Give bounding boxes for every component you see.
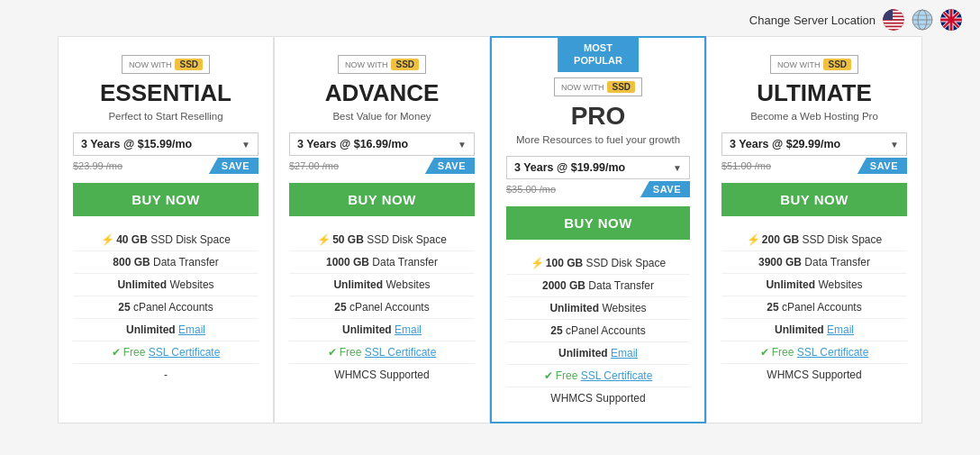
buy-now-pro[interactable]: BUY NOW xyxy=(506,206,690,240)
chevron-ultimate: ▼ xyxy=(890,140,899,150)
now-with-ssd-essential: NOW WITH SSD xyxy=(122,55,210,74)
plan-ultimate: NOW WITH SSD ULTIMATE Become a Web Hosti… xyxy=(706,36,922,423)
top-bar: Change Server Location xyxy=(0,0,980,36)
feature-pro-2: Unlimited Websites xyxy=(506,296,690,319)
feature-ultimate-6: WHMCS Supported xyxy=(721,363,907,386)
save-badge-essential: SAVE xyxy=(209,158,259,174)
change-server-link[interactable]: Change Server Location xyxy=(749,14,876,27)
save-badge-pro: SAVE xyxy=(640,181,690,197)
email-link-ultimate[interactable]: Email xyxy=(827,323,854,336)
price-selector-pro[interactable]: 3 Years @ $19.99/mo ▼ xyxy=(506,156,690,179)
now-with-label-advance: NOW WITH xyxy=(345,60,388,69)
save-row-advance: $27.00 /mo SAVE xyxy=(289,158,475,174)
plans-container: NOW WITH SSD ESSENTIAL Perfect to Start … xyxy=(0,36,980,432)
feature-essential-2: Unlimited Websites xyxy=(73,273,259,296)
feature-ultimate-3: 25 cPanel Accounts xyxy=(721,296,907,318)
svg-rect-7 xyxy=(883,24,904,26)
shield-icon-advance: ✔ xyxy=(328,346,337,359)
feature-advance-4: Unlimited Email xyxy=(289,318,475,341)
feature-ultimate-1: 3900 GB Data Transfer xyxy=(721,250,907,273)
chevron-advance: ▼ xyxy=(458,140,467,150)
feature-advance-2: Unlimited Websites xyxy=(289,273,475,296)
chevron-essential: ▼ xyxy=(241,140,250,150)
feature-essential-5: ✔Free SSL Certificate xyxy=(73,341,259,363)
features-pro: ⚡100 GB SSD Disk Space 2000 GB Data Tran… xyxy=(506,252,690,409)
feature-essential-3: 25 cPanel Accounts xyxy=(73,296,259,318)
plan-subtitle-essential: Perfect to Start Reselling xyxy=(108,111,222,122)
ssd-badge-essential: SSD xyxy=(175,59,203,70)
feature-advance-0: ⚡50 GB SSD Disk Space xyxy=(289,229,475,250)
price-selected-pro: 3 Years @ $19.99/mo xyxy=(514,161,625,174)
feature-pro-4: Unlimited Email xyxy=(506,341,690,364)
plan-essential: NOW WITH SSD ESSENTIAL Perfect to Start … xyxy=(58,36,274,423)
lightning-icon: ⚡ xyxy=(101,233,114,246)
plan-name-ultimate: ULTIMATE xyxy=(757,79,872,107)
feature-ultimate-5: ✔Free SSL Certificate xyxy=(721,341,907,363)
buy-now-ultimate[interactable]: BUY NOW xyxy=(721,183,907,216)
email-link-essential[interactable]: Email xyxy=(178,323,205,336)
us-flag-icon[interactable] xyxy=(883,9,904,31)
lightning-icon: ⚡ xyxy=(531,257,544,269)
email-link-pro[interactable]: Email xyxy=(611,347,638,359)
feature-ultimate-2: Unlimited Websites xyxy=(721,273,907,296)
svg-rect-3 xyxy=(883,11,904,13)
buy-now-essential[interactable]: BUY NOW xyxy=(73,183,259,216)
price-selector-ultimate[interactable]: 3 Years @ $29.99/mo ▼ xyxy=(721,132,907,156)
save-row-ultimate: $51.00 /mo SAVE xyxy=(721,158,907,174)
feature-advance-1: 1000 GB Data Transfer xyxy=(289,250,475,273)
save-row-essential: $23.99 /mo SAVE xyxy=(73,158,259,174)
chevron-pro: ▼ xyxy=(673,163,682,173)
price-selector-essential[interactable]: 3 Years @ $15.99/mo ▼ xyxy=(73,132,259,156)
lightning-icon: ⚡ xyxy=(317,233,331,246)
feature-essential-6: - xyxy=(73,363,259,386)
plan-subtitle-pro: More Resources to fuel your growth xyxy=(516,134,680,145)
price-selected-advance: 3 Years @ $16.99/mo xyxy=(297,138,408,150)
shield-icon-essential: ✔ xyxy=(112,346,121,359)
feature-ultimate-0: ⚡200 GB SSD Disk Space xyxy=(721,229,907,250)
ssl-link-advance[interactable]: SSL Certificate xyxy=(365,346,437,359)
email-link-advance[interactable]: Email xyxy=(395,323,422,336)
uk-flag-icon[interactable] xyxy=(940,9,962,31)
shield-icon-pro: ✔ xyxy=(544,369,553,382)
feature-pro-0: ⚡100 GB SSD Disk Space xyxy=(506,252,690,274)
ssl-link-pro[interactable]: SSL Certificate xyxy=(581,369,653,382)
price-selected-essential: 3 Years @ $15.99/mo xyxy=(81,138,192,150)
plan-name-pro: PRO xyxy=(571,102,626,131)
plan-subtitle-ultimate: Become a Web Hosting Pro xyxy=(750,111,878,122)
features-essential: ⚡40 GB SSD Disk Space 800 GB Data Transf… xyxy=(73,229,259,386)
original-price-ultimate: $51.00 /mo xyxy=(721,160,771,171)
feature-essential-1: 800 GB Data Transfer xyxy=(73,250,259,273)
badge-line2: POPULAR xyxy=(574,55,622,66)
lightning-icon: ⚡ xyxy=(747,233,760,246)
ssl-link-ultimate[interactable]: SSL Certificate xyxy=(797,346,869,359)
original-price-advance: $27.00 /mo xyxy=(289,160,339,171)
plan-name-advance: ADVANCE xyxy=(325,79,440,107)
price-selector-advance[interactable]: 3 Years @ $16.99/mo ▼ xyxy=(289,132,475,156)
features-ultimate: ⚡200 GB SSD Disk Space 3900 GB Data Tran… xyxy=(721,229,907,386)
feature-advance-3: 25 cPanel Accounts xyxy=(289,296,475,318)
plan-pro: MOST POPULAR NOW WITH SSD PRO More Resou… xyxy=(490,36,706,423)
feature-pro-5: ✔Free SSL Certificate xyxy=(506,364,690,387)
now-with-label-essential: NOW WITH xyxy=(129,60,172,69)
save-badge-ultimate: SAVE xyxy=(858,158,907,174)
now-with-label-pro: NOW WITH xyxy=(561,83,604,92)
globe-icon[interactable] xyxy=(912,9,933,31)
badge-line1: MOST xyxy=(584,42,612,53)
now-with-label-ultimate: NOW WITH xyxy=(777,60,821,69)
save-badge-advance: SAVE xyxy=(425,158,475,174)
save-row-pro: $35.00 /mo SAVE xyxy=(506,181,690,197)
now-with-ssd-advance: NOW WITH SSD xyxy=(338,55,426,74)
ssl-link-essential[interactable]: SSL Certificate xyxy=(149,346,221,359)
ssd-badge-ultimate: SSD xyxy=(823,59,851,70)
svg-rect-6 xyxy=(883,21,904,23)
buy-now-advance[interactable]: BUY NOW xyxy=(289,183,475,216)
now-with-ssd-ultimate: NOW WITH SSD xyxy=(770,55,858,74)
original-price-pro: $35.00 /mo xyxy=(506,184,556,195)
svg-rect-9 xyxy=(883,9,893,20)
ssd-badge-advance: SSD xyxy=(391,59,419,70)
feature-essential-0: ⚡40 GB SSD Disk Space xyxy=(73,229,259,250)
price-selected-ultimate: 3 Years @ $29.99/mo xyxy=(730,138,840,150)
feature-essential-4: Unlimited Email xyxy=(73,318,259,341)
feature-pro-1: 2000 GB Data Transfer xyxy=(506,274,690,296)
features-advance: ⚡50 GB SSD Disk Space 1000 GB Data Trans… xyxy=(289,229,475,386)
